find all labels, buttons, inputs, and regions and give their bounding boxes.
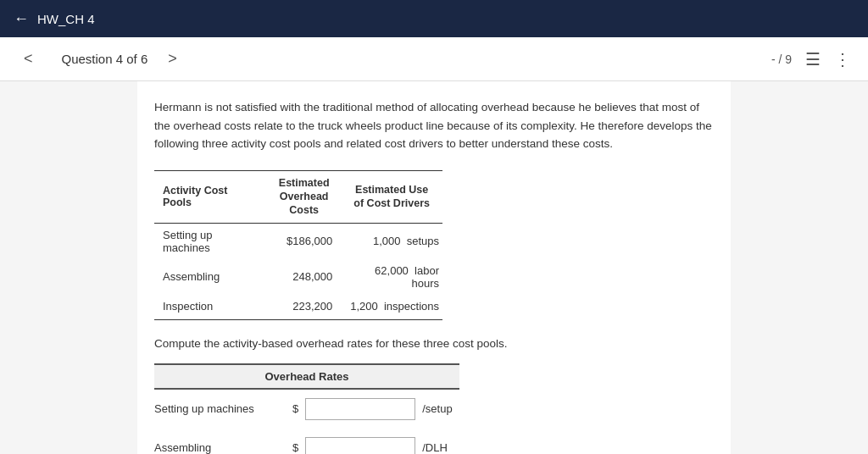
content-area: Hermann is not satisfied with the tradit…: [137, 81, 731, 454]
col-header-costs: Estimated Overhead Costs: [267, 170, 341, 223]
use-cell: 1,200 inspections: [341, 295, 442, 320]
activity-cell: Setting up machines: [154, 223, 267, 259]
score-label: - / 9: [771, 53, 792, 66]
prev-question-button[interactable]: <: [17, 47, 40, 71]
rate-label-setup: Setting up machines: [154, 402, 286, 415]
rate-dollar-setup: $: [292, 402, 298, 415]
rate-dollar-assembling: $: [292, 441, 298, 454]
back-arrow-icon[interactable]: ←: [14, 10, 29, 28]
subheader: < Question 4 of 6 > - / 9 ☰ ⋮: [0, 37, 868, 81]
cost-cell: 223,200: [267, 295, 341, 320]
question-label: Question 4 of 6: [62, 52, 148, 66]
rate-input-assembling[interactable]: [305, 437, 415, 454]
cost-cell: $186,000: [267, 223, 341, 259]
topbar-title: HW_CH 4: [37, 12, 95, 26]
activity-cell: Inspection: [154, 295, 267, 320]
topbar: ← HW_CH 4: [0, 0, 868, 37]
rates-header: Overhead Rates: [154, 363, 459, 390]
cost-pools-table: Activity Cost Pools Estimated Overhead C…: [154, 170, 442, 320]
rates-rows: Setting up machines $ /setup Assembling …: [154, 390, 459, 454]
rate-row-setup: Setting up machines $ /setup: [154, 390, 459, 429]
table-row: Assembling 248,000 62,000 labor hours: [154, 259, 442, 295]
next-question-button[interactable]: >: [161, 47, 184, 71]
table-row: Inspection 223,200 1,200 inspections: [154, 295, 442, 320]
more-options-icon[interactable]: ⋮: [834, 49, 851, 69]
table-row: Setting up machines $186,000 1,000 setup…: [154, 223, 442, 259]
compute-text: Compute the activity-based overhead rate…: [154, 337, 714, 350]
rate-row-assembling: Assembling $ /DLH: [154, 429, 459, 454]
rate-unit-setup: /setup: [422, 402, 452, 415]
activity-cell: Assembling: [154, 259, 267, 295]
intro-text: Hermann is not satisfied with the tradit…: [154, 98, 714, 153]
rate-input-setup[interactable]: [305, 398, 415, 420]
rate-unit-assembling: /DLH: [422, 441, 448, 454]
use-cell: 1,000 setups: [341, 223, 442, 259]
rate-label-assembling: Assembling: [154, 441, 286, 454]
use-cell: 62,000 labor hours: [341, 259, 442, 295]
cost-cell: 248,000: [267, 259, 341, 295]
rates-section: Overhead Rates Setting up machines $ /se…: [154, 363, 714, 454]
col-header-use: Estimated Use of Cost Drivers: [341, 170, 442, 223]
list-icon[interactable]: ☰: [805, 49, 821, 69]
col-header-activity: Activity Cost Pools: [154, 170, 267, 223]
